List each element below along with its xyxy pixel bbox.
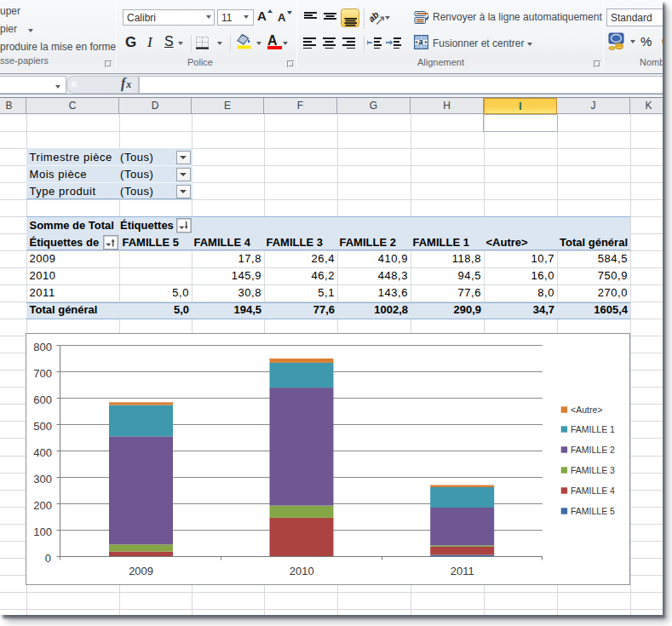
- svg-text:600: 600: [33, 393, 52, 406]
- svg-text:800: 800: [33, 341, 52, 353]
- svg-text:100: 100: [33, 525, 52, 538]
- svg-text:500: 500: [33, 420, 52, 433]
- svg-text:700: 700: [33, 367, 52, 380]
- svg-text:200: 200: [33, 499, 52, 512]
- svg-text:FAMILLE 3: FAMILLE 3: [571, 465, 615, 475]
- svg-text:2011: 2011: [451, 565, 474, 577]
- svg-text:0: 0: [45, 552, 51, 565]
- svg-text:300: 300: [33, 473, 52, 485]
- svg-text:400: 400: [33, 446, 52, 459]
- svg-text:2009: 2009: [129, 565, 153, 577]
- svg-text:<Autre>: <Autre>: [571, 405, 602, 415]
- svg-text:2010: 2010: [290, 565, 314, 577]
- svg-text:FAMILLE 2: FAMILLE 2: [571, 445, 615, 455]
- svg-text:a: a: [419, 37, 423, 46]
- svg-text:FAMILLE 5: FAMILLE 5: [571, 506, 615, 516]
- svg-text:FAMILLE 4: FAMILLE 4: [571, 485, 615, 496]
- svg-text:FAMILLE 1: FAMILLE 1: [571, 424, 615, 434]
